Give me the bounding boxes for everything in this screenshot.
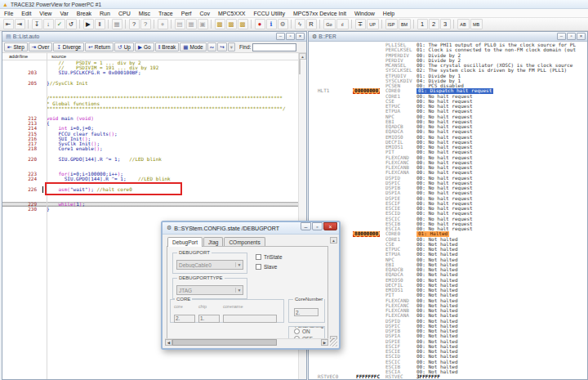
step-button[interactable]: ⇤Step	[4, 42, 28, 51]
chevron-down-icon[interactable]: ▼	[235, 288, 243, 293]
chip-input[interactable]	[198, 315, 220, 323]
tab-debugport[interactable]: DebugPort	[167, 237, 203, 247]
checkbox-box[interactable]	[256, 264, 261, 270]
break-button[interactable]: ‖Break	[155, 42, 180, 51]
checkbox-box[interactable]	[256, 254, 261, 260]
tab-components[interactable]: COmponents	[224, 237, 265, 246]
analyzer-icon[interactable]: ıl	[336, 19, 349, 29]
trigger-icon[interactable]: ϟ	[295, 19, 305, 29]
step-down-icon[interactable]: ↓	[43, 19, 54, 29]
per-restore-button[interactable]: ▫	[567, 33, 576, 40]
mode-button[interactable]: ▦Mode	[180, 42, 206, 51]
dialog-minimize-button[interactable]: –	[301, 222, 311, 230]
frame-up-icon[interactable]: UP	[367, 19, 379, 29]
info-icon[interactable]: ℹ	[266, 19, 277, 29]
scroll-right-icon[interactable]: ▶	[321, 339, 328, 346]
menu-item-help[interactable]: Help	[379, 9, 399, 18]
scrollbar-thumb[interactable]	[299, 59, 301, 74]
field-value[interactable]: 3FFFFFFF	[416, 374, 440, 379]
menu-item-cov[interactable]: Cov	[196, 9, 214, 18]
chevron-down-icon[interactable]: ▼	[235, 262, 243, 267]
core-1-icon[interactable]: 1	[417, 19, 428, 29]
scrollbar-thumb[interactable]	[172, 339, 277, 346]
menu-item-view[interactable]: View	[35, 9, 56, 18]
portsharing-radio-on[interactable]: ON	[294, 329, 324, 334]
tools-icon[interactable]: ⚙	[278, 19, 288, 29]
list-minimize-button[interactable]: –	[276, 33, 285, 40]
debugporttype-combo[interactable]: JTAG ▼	[176, 285, 243, 295]
resize-grip[interactable]	[330, 339, 337, 346]
up-icon[interactable]: ↺	[66, 19, 77, 29]
window-grid-icon[interactable]: ▦	[186, 19, 197, 29]
core-3-icon[interactable]: 3	[440, 19, 451, 29]
menu-item-edit[interactable]: Edit	[17, 9, 35, 18]
menu-item-window[interactable]: Window	[350, 9, 379, 18]
menu-item-perf[interactable]: Perf	[177, 9, 196, 18]
register-value[interactable]: FFFFFFFC	[352, 374, 380, 379]
mode-icon[interactable]: ▦	[112, 19, 122, 29]
menu-item-mpc57xx-device-init[interactable]: MPC57xx Device Init	[289, 9, 350, 18]
pin-button[interactable]: ▾	[228, 42, 235, 51]
context-help-icon[interactable]: ?	[140, 19, 151, 29]
tab-jtag[interactable]: Jtag	[203, 237, 223, 246]
menu-item-var[interactable]: Var	[56, 9, 72, 18]
scroll-left-icon[interactable]: ◀	[165, 339, 172, 346]
mb-icon[interactable]: MB	[470, 19, 483, 29]
step-over-icon[interactable]: ⇥	[15, 19, 25, 29]
jump-button[interactable]: ↪	[217, 42, 226, 51]
window-frame-icon[interactable]: ▣	[198, 19, 208, 29]
menu-item-fccu-utility[interactable]: FCCU Utility	[249, 9, 289, 18]
scroll-up-icon[interactable]: ▲	[330, 237, 337, 244]
per-minimize-button[interactable]: –	[557, 33, 566, 40]
var-icon[interactable]: ∓	[355, 19, 366, 29]
menu-item-mpc5xxx[interactable]: MPC5XXX	[214, 9, 249, 18]
go-icon[interactable]: ▶	[83, 19, 94, 29]
register-icon[interactable]: R	[306, 19, 317, 29]
corename-input[interactable]	[223, 315, 277, 323]
debugport-combo[interactable]: DebugCable0 ▼	[176, 260, 243, 270]
break-icon[interactable]: ‖	[95, 19, 105, 29]
per-window-titlebar[interactable]: ⚙ B::PER – ▫ ×	[309, 32, 587, 42]
isp-icon[interactable]: ISP	[385, 19, 398, 29]
return-icon[interactable]: ✓	[55, 19, 65, 29]
menu-item-break[interactable]: Break	[73, 9, 96, 18]
menu-item-misc[interactable]: Misc	[135, 9, 154, 18]
breakpoints-button[interactable]: ∾	[207, 42, 216, 51]
dialog-close-button[interactable]: ×	[323, 222, 337, 230]
step-icon[interactable]: ⇤	[3, 19, 14, 29]
tristate-checkbox[interactable]: TriState	[256, 254, 283, 260]
radio-icon[interactable]	[294, 329, 300, 334]
slave-checkbox[interactable]: Slave	[256, 264, 277, 270]
up-button[interactable]: ↺Up	[114, 42, 134, 51]
list-restore-button[interactable]: ▫	[286, 33, 295, 40]
per-close-button[interactable]: ×	[577, 33, 586, 40]
ab-icon[interactable]: AB	[457, 19, 470, 29]
window-list-icon[interactable]: ▤	[175, 19, 185, 29]
core-2-icon[interactable]: 2	[429, 19, 439, 29]
diverge-icon[interactable]: ↧	[32, 19, 42, 29]
dialog-maximize-button[interactable]: ▫	[312, 222, 323, 230]
menu-item-run[interactable]: Run	[96, 9, 114, 18]
list-window-titlebar[interactable]: ▤ B::List.auto – ▫ ×	[2, 32, 306, 42]
menu-item-file[interactable]: File	[0, 9, 17, 18]
find-input[interactable]	[252, 43, 296, 51]
diverge-button[interactable]: ↧Diverge	[53, 42, 84, 51]
corenumber-input[interactable]	[294, 308, 318, 316]
go-button[interactable]: ▶Go	[135, 42, 154, 51]
menu-item-trace[interactable]: Trace	[154, 9, 177, 18]
go-direct-icon[interactable]: Go	[323, 19, 336, 29]
breakpoint-icon[interactable]: ●	[255, 19, 265, 29]
core-input[interactable]	[174, 315, 195, 323]
help-icon[interactable]: ?	[129, 19, 140, 29]
stop-icon[interactable]: ●	[158, 19, 168, 29]
menu-item-cpu[interactable]: CPU	[114, 9, 135, 18]
chip-c-icon[interactable]: ▩	[238, 19, 248, 29]
dialog-titlebar[interactable]: ⚙ B::SYStem.CONFIG.state /DEBUGPORT – ▫ …	[163, 222, 339, 235]
dialog-horizontal-scrollbar[interactable]: ◀ ▶	[165, 338, 328, 346]
list-close-button[interactable]: ×	[296, 33, 305, 40]
dialog-vertical-scrollbar[interactable]: ▲ ▼	[330, 237, 337, 342]
chip-b-icon[interactable]: ▩	[226, 19, 237, 29]
bm-icon[interactable]: BM	[399, 19, 411, 29]
return-button[interactable]: ↩Return	[85, 42, 114, 51]
over-button[interactable]: ⇥Over	[29, 42, 53, 51]
